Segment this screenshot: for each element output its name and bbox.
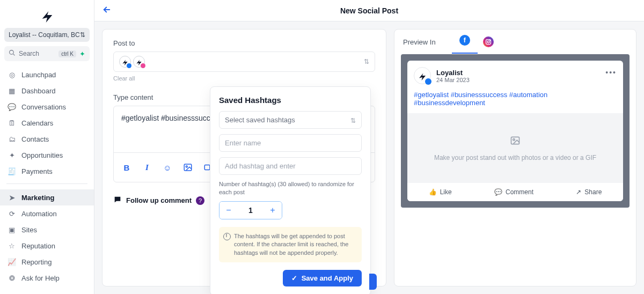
bolt-icon: ✦ [79,50,85,58]
nav-calendars[interactable]: 🗓Calendars [0,115,94,131]
media-hint: Make your post stand out with photos or … [434,154,596,161]
back-button[interactable] [102,5,112,16]
post-to-label: Post to [113,39,375,47]
nav-contacts[interactable]: 🗂Contacts [0,131,94,147]
graph-icon: ✦ [8,151,16,159]
share-icon: ↗ [576,188,581,196]
nav-dashboard[interactable]: ▦Dashboard [0,83,94,99]
topbar: New Social Post [94,0,644,21]
svg-rect-3 [204,165,210,170]
post-date: 24 Mar 2023 [436,77,470,83]
preview-in-label: Preview In [403,38,436,46]
followup-label: Follow up comment [126,196,192,204]
org-name: Loyalist -- Coquitlam, BC [9,31,80,39]
search-shortcut: ctrl K [58,50,76,57]
preview-tab-instagram[interactable] [483,36,494,47]
nav-sites[interactable]: ▣Sites [0,222,94,238]
editor-card: Post to ⇅ Clear all Type content #getloy… [102,29,386,286]
svg-point-2 [186,166,187,167]
account-avatar-fb[interactable] [119,56,131,68]
clear-all-link[interactable]: Clear all [113,75,375,82]
nav-automation[interactable]: ⟳Automation [0,205,94,222]
global-search[interactable]: Search ctrl K ✦ [4,46,90,61]
sync-icon: ⟳ [8,209,16,218]
star-icon: ☆ [8,241,16,250]
popover-title: Saved Hashtags [219,95,362,105]
preview-tab-facebook[interactable]: f [459,35,470,46]
post-name: Loyalist [436,69,470,77]
post-avatar [414,67,431,84]
preview-card: Preview In f Loyalist 24 Ma [394,29,636,286]
like-icon: 👍 [429,188,437,196]
nav-conversations[interactable]: 💬Conversations [0,99,94,115]
chevron-up-down-icon: ⇅ [364,58,369,65]
share-action[interactable]: ↗Share [576,188,602,196]
preview-body: Loyalist 24 Mar 2023 ••• #getloyalist #b… [401,54,630,208]
hashtag-count-stepper: − 1 + [219,201,282,219]
save-apply-button[interactable]: ✓ Save and Apply [283,270,362,286]
side-tab[interactable] [369,274,377,290]
post-media-placeholder: Make your post stand out with photos or … [407,113,623,183]
nav-reporting[interactable]: 📈Reporting [0,254,94,270]
preview-header: Preview In f [394,30,636,54]
lifebuoy-icon: ❂ [8,274,16,282]
stepper-minus[interactable]: − [219,202,238,219]
bold-button[interactable]: B [121,162,132,173]
account-avatar-ig[interactable] [133,56,145,68]
chevron-up-down-icon: ⇅ [350,117,356,124]
image-button[interactable] [182,162,193,173]
stepper-plus[interactable]: + [264,202,282,219]
page-title: New Social Post [340,6,398,15]
select-placeholder: Select saved hashtags [225,116,295,124]
search-icon [9,49,16,58]
saved-hashtags-select[interactable]: Select saved hashtags ⇅ [219,111,362,129]
svg-point-6 [489,40,490,41]
send-icon: ➤ [8,193,16,202]
popover-alert: The hashtags will be get appended to pos… [219,227,362,262]
layout-icon: ▣ [8,225,16,234]
grid-icon: ▦ [8,86,16,95]
svg-point-0 [10,50,14,55]
hashtag-add-input[interactable] [219,157,362,175]
help-icon[interactable]: ? [196,196,204,205]
italic-button[interactable]: I [142,162,152,173]
chat-icon: 💬 [8,102,16,111]
comment-action[interactable]: 💬Comment [494,188,533,196]
emoji-button[interactable]: ☺ [162,162,173,173]
logo-icon [40,8,55,23]
image-icon [510,135,521,149]
sidebar: Loyalist -- Coquitlam, BC ⇅ Search ctrl … [0,0,94,294]
comment-icon: 💬 [494,188,502,196]
nav-payments[interactable]: 🧾Payments [0,163,94,179]
saved-hashtags-popover: Saved Hashtags Select saved hashtags ⇅ N… [210,86,371,294]
hashtag-name-field[interactable] [225,139,356,147]
search-placeholder: Search [19,50,39,57]
nav-separator [6,183,87,184]
nav-reputation[interactable]: ☆Reputation [0,238,94,254]
post-header: Loyalist 24 Mar 2023 ••• [407,61,623,91]
nav-secondary: ➤Marketing ⟳Automation ▣Sites ☆Reputatio… [0,188,94,286]
check-icon: ✓ [291,274,297,282]
hashtag-name-input[interactable] [219,134,362,152]
like-action[interactable]: 👍Like [429,188,452,196]
post-actions: 👍Like 💬Comment ↗Share [407,183,623,201]
svg-point-5 [487,41,489,43]
comment-icon [113,195,122,205]
post-more-icon[interactable]: ••• [605,68,617,77]
org-selector[interactable]: Loyalist -- Coquitlam, BC ⇅ [4,28,90,42]
post-to-select[interactable]: ⇅ [113,52,375,72]
randomize-hint: Number of hashtag(s) (30 allowed) to ran… [219,180,362,197]
nav-opportunities[interactable]: ✦Opportunities [0,147,94,163]
save-apply-label: Save and Apply [302,274,353,282]
nav-help[interactable]: ❂Ask for Help [0,270,94,286]
hashtag-add-field[interactable] [225,162,356,170]
nav-launchpad[interactable]: ◎Launchpad [0,67,94,83]
chevron-up-down-icon: ⇅ [80,31,85,39]
nav-marketing[interactable]: ➤Marketing [0,189,94,205]
post-card: Loyalist 24 Mar 2023 ••• #getloyalist #b… [407,61,623,201]
trend-icon: 📈 [8,258,16,266]
svg-point-8 [513,138,515,140]
app-logo [0,4,94,28]
nav-primary: ◎Launchpad ▦Dashboard 💬Conversations 🗓Ca… [0,65,94,179]
crosshair-icon: ◎ [8,70,16,79]
